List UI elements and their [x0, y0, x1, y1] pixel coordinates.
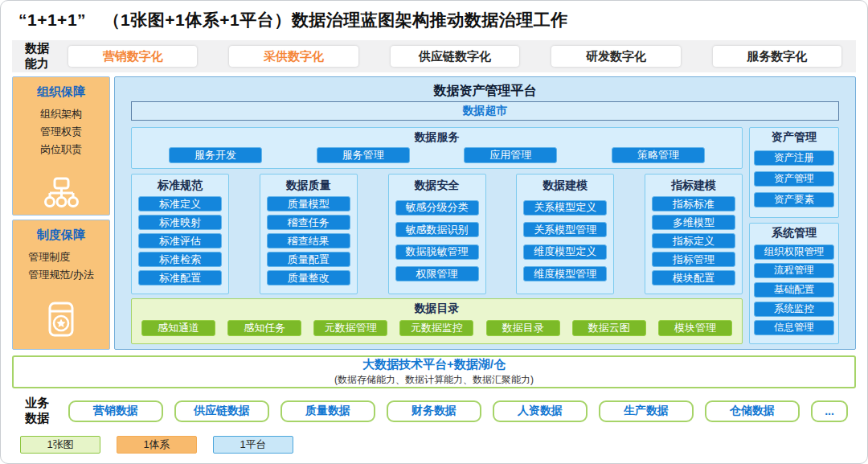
sidebar-item: 岗位职责 — [40, 142, 82, 157]
column-title: 数据建模 — [523, 176, 607, 193]
feature-button[interactable]: 应用管理 — [464, 147, 557, 163]
data-market-bar[interactable]: 数据超市 — [131, 101, 839, 121]
policy-guarantee-items: 管理制度管理规范/办法 — [28, 247, 94, 285]
feature-button[interactable]: 标准检索 — [138, 252, 222, 267]
data-service-title: 数据服务 — [132, 128, 742, 145]
business-data-button[interactable]: 财务数据 — [387, 400, 481, 422]
catalog-button[interactable]: 元数据管理 — [313, 320, 387, 336]
sidebar-item: 管理规范/办法 — [28, 268, 94, 282]
column-data-quality: 数据质量 质量模型稽查任务稽查结果质量配置质量整改 — [260, 174, 358, 294]
feature-button[interactable]: 标准配置 — [138, 270, 222, 285]
feature-button[interactable]: 服务管理 — [317, 147, 410, 163]
platform-title: 数据资产管理平台 — [131, 80, 839, 101]
capability-button-marketing[interactable]: 营销数字化 — [68, 46, 197, 67]
feature-button[interactable]: 信息管理 — [754, 320, 834, 335]
column-data-security: 数据安全 敏感分级分类敏感数据识别数据脱敏管理权限管理 — [388, 174, 486, 294]
data-service-section: 数据服务 服务开发服务管理应用管理策略管理 — [131, 127, 743, 169]
business-data-items: 营销数据供应链数据质量数据财务数据人资数据生产数据仓储数据... — [68, 400, 848, 422]
catalog-button[interactable]: 数据目录 — [486, 320, 560, 336]
column-items: 敏感分级分类敏感数据识别数据脱敏管理权限管理 — [395, 193, 479, 289]
legend-one-platform: 1平台 — [213, 436, 293, 454]
column-items: 指标标准多维模型指标定义指标管理模块配置 — [652, 193, 735, 289]
feature-button[interactable]: 数据脱敏管理 — [395, 244, 479, 260]
feature-button[interactable]: 关系模型管理 — [523, 222, 607, 237]
capability-button-service[interactable]: 服务数字化 — [713, 46, 841, 67]
feature-button[interactable]: 指标定义 — [652, 233, 735, 248]
policy-guarantee-title: 制度保障 — [37, 228, 85, 243]
capability-button-supply-chain[interactable]: 供应链数字化 — [391, 46, 519, 67]
data-service-items: 服务开发服务管理应用管理策略管理 — [132, 145, 742, 168]
business-data-button[interactable]: 生产数据 — [599, 400, 694, 422]
feature-button[interactable]: 模块配置 — [652, 270, 735, 285]
bigdata-platform-subtitle: (数据存储能力、数据计算能力、数据汇聚能力) — [334, 373, 534, 387]
feature-button[interactable]: 标准评估 — [138, 233, 222, 248]
column-title: 指标建模 — [652, 176, 735, 193]
feature-button[interactable]: 质量配置 — [267, 252, 350, 267]
feature-button[interactable]: 资产要素 — [754, 192, 834, 207]
business-label-line2: 数据 — [25, 411, 59, 426]
legend: 1张图 1体系 1平台 — [20, 436, 867, 454]
feature-button[interactable]: 维度模型定义 — [523, 244, 607, 260]
column-title: 数据质量 — [267, 176, 350, 193]
legend-one-system: 1体系 — [117, 436, 197, 454]
platform-content-left: 数据服务 服务开发服务管理应用管理策略管理 标准规范 标准定义标准映射标准评估标… — [131, 127, 743, 344]
column-items: 关系模型定义关系模型管理维度模型定义维度模型管理 — [523, 193, 607, 289]
capability-label-line2: 能力 — [25, 56, 59, 72]
feature-button[interactable]: 指标标准 — [652, 196, 735, 211]
guarantee-sidebar: 组织保障 组织架构管理权责岗位职责 制度保障 — [12, 76, 110, 350]
feature-button[interactable]: 稽查结果 — [267, 233, 350, 248]
feature-button[interactable]: 敏感分级分类 — [395, 200, 479, 216]
system-management-section: 系统管理 组织权限管理流程管理基础配置系统监控信息管理 — [749, 223, 839, 344]
feature-button[interactable]: 稽查任务 — [267, 215, 350, 230]
feature-button[interactable]: 指标管理 — [652, 252, 735, 267]
organization-guarantee-items: 组织架构管理权责岗位职责 — [40, 104, 82, 160]
capability-button-procurement[interactable]: 采供数字化 — [229, 46, 358, 67]
column-items: 质量模型稽查任务稽查结果质量配置质量整改 — [267, 193, 350, 289]
data-catalog-items: 感知通道感知任务元数据管理元数据监控数据目录数据云图模块管理 — [132, 316, 742, 343]
business-band-label: 业务 数据 — [12, 396, 59, 426]
feature-button[interactable]: 策略管理 — [612, 147, 705, 163]
data-catalog-section: 数据目录 感知通道感知任务元数据管理元数据监控数据目录数据云图模块管理 — [131, 298, 743, 344]
feature-button[interactable]: 维度模型管理 — [523, 266, 607, 281]
feature-button[interactable]: 系统监控 — [754, 302, 834, 317]
sidebar-item: 组织架构 — [40, 107, 82, 121]
business-data-button[interactable]: 营销数据 — [68, 400, 163, 422]
column-data-modeling: 数据建模 关系模型定义关系模型管理维度模型定义维度模型管理 — [516, 174, 614, 294]
business-data-button[interactable]: 人资数据 — [493, 400, 588, 422]
sidebar-item: 管理权责 — [40, 125, 82, 139]
data-asset-platform-panel: 数据资产管理平台 数据超市 数据服务 服务开发服务管理应用管理策略管理 标准规范 — [114, 76, 856, 350]
feature-button[interactable]: 资产管理 — [754, 171, 834, 187]
feature-button[interactable]: 资产注册 — [754, 150, 834, 166]
system-management-title: 系统管理 — [754, 224, 834, 240]
feature-button[interactable]: 关系模型定义 — [523, 200, 607, 216]
column-title: 数据安全 — [395, 176, 479, 193]
feature-button[interactable]: 流程管理 — [754, 263, 834, 278]
feature-button[interactable]: 基础配置 — [754, 282, 834, 298]
feature-button[interactable]: 多维模型 — [652, 215, 735, 230]
bigdata-platform-title: 大数据技术平台+数据湖/仓 — [362, 357, 506, 372]
business-data-button[interactable]: ... — [811, 400, 848, 422]
capability-button-rnd[interactable]: 研发数字化 — [551, 46, 680, 67]
feature-button[interactable]: 标准映射 — [138, 215, 222, 230]
feature-button[interactable]: 质量模型 — [267, 196, 350, 211]
catalog-button[interactable]: 模块管理 — [658, 320, 732, 336]
feature-button[interactable]: 组织权限管理 — [754, 244, 834, 260]
feature-button[interactable]: 敏感数据识别 — [395, 222, 479, 237]
feature-button[interactable]: 标准定义 — [138, 196, 222, 211]
catalog-button[interactable]: 元数据监控 — [399, 320, 473, 336]
catalog-button[interactable]: 感知通道 — [141, 320, 215, 336]
feature-button[interactable]: 服务开发 — [169, 147, 262, 163]
column-indicator-modeling: 指标建模 指标标准多维模型指标定义指标管理模块配置 — [645, 174, 743, 294]
business-data-button[interactable]: 供应链数据 — [174, 400, 269, 422]
business-data-button[interactable]: 仓储数据 — [705, 400, 800, 422]
feature-button[interactable]: 质量整改 — [267, 270, 350, 285]
catalog-button[interactable]: 感知任务 — [227, 320, 301, 336]
business-data-button[interactable]: 质量数据 — [280, 400, 375, 422]
organization-guarantee-title: 组织保障 — [37, 84, 85, 100]
platform-content-right: 资产管理 资产注册资产管理资产要素 系统管理 组织权限管理流程管理基础配置系统监… — [749, 127, 839, 344]
catalog-button[interactable]: 数据云图 — [572, 320, 646, 336]
feature-button[interactable]: 权限管理 — [395, 266, 479, 281]
business-label-line1: 业务 — [25, 396, 59, 411]
diagram-frame: “1+1+1” （1张图+1体系+1平台）数据治理蓝图架构推动数据治理工作 数据… — [0, 0, 868, 464]
capability-band-label: 数据 能力 — [12, 41, 59, 72]
